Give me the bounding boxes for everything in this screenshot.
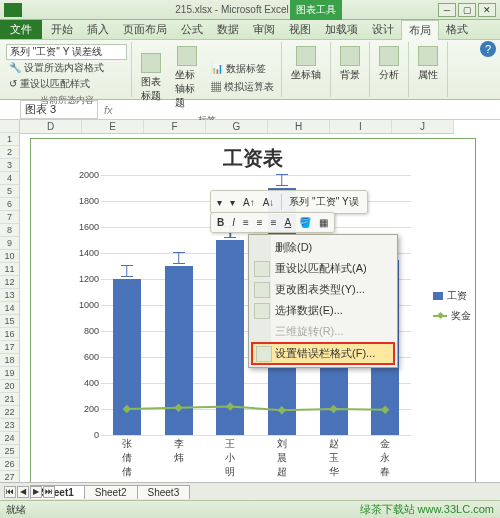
chart-title-button[interactable]: 图表标题 bbox=[136, 51, 167, 105]
data-label-button[interactable]: 📊 数据标签 bbox=[208, 61, 277, 77]
row-header[interactable]: 1 bbox=[0, 133, 19, 146]
axis-title-button[interactable]: 坐标轴标题 bbox=[170, 44, 206, 112]
sheet-tab-3[interactable]: Sheet3 bbox=[137, 485, 191, 499]
mini-fill-color[interactable]: 🪣 bbox=[296, 216, 314, 229]
row-header[interactable]: 2 bbox=[0, 146, 19, 159]
row-header[interactable]: 20 bbox=[0, 380, 19, 393]
sheet-tab-bar: ⏮ ◀ ▶ ⏭ Sheet1 Sheet2 Sheet3 bbox=[0, 482, 500, 500]
row-header[interactable]: 18 bbox=[0, 354, 19, 367]
maximize-button[interactable]: ▢ bbox=[458, 3, 476, 17]
tab-formula[interactable]: 公式 bbox=[174, 20, 210, 39]
worksheet-grid[interactable]: D E F G H I J 12345678910111213141516171… bbox=[0, 120, 500, 515]
mini-border[interactable]: ▦ bbox=[316, 216, 331, 229]
row-header[interactable]: 12 bbox=[0, 276, 19, 289]
col-header[interactable]: H bbox=[268, 120, 330, 133]
tab-home[interactable]: 开始 bbox=[44, 20, 80, 39]
excel-icon bbox=[4, 3, 22, 17]
row-header[interactable]: 6 bbox=[0, 198, 19, 211]
row-header[interactable]: 24 bbox=[0, 432, 19, 445]
format-selection-button[interactable]: 🔧 设置所选内容格式 bbox=[6, 60, 127, 76]
tab-file[interactable]: 文件 bbox=[0, 20, 42, 39]
y-axis[interactable]: 0200400600800100012001400160018002000 bbox=[71, 175, 101, 435]
row-header[interactable]: 9 bbox=[0, 237, 19, 250]
col-header[interactable]: D bbox=[20, 120, 82, 133]
tab-page-layout[interactable]: 页面布局 bbox=[116, 20, 174, 39]
row-header[interactable]: 23 bbox=[0, 419, 19, 432]
menu-format-error-bars[interactable]: 设置错误栏格式(F)... bbox=[251, 342, 395, 365]
sheet-nav-prev[interactable]: ◀ bbox=[17, 486, 29, 498]
sheet-nav-next[interactable]: ▶ bbox=[30, 486, 42, 498]
row-header[interactable]: 16 bbox=[0, 328, 19, 341]
col-header[interactable]: I bbox=[330, 120, 392, 133]
tab-addin[interactable]: 加载项 bbox=[318, 20, 365, 39]
col-header[interactable]: J bbox=[392, 120, 454, 133]
row-header[interactable]: 19 bbox=[0, 367, 19, 380]
row-header[interactable]: 25 bbox=[0, 445, 19, 458]
sim-table-button[interactable]: ▦ 模拟运算表 bbox=[208, 79, 277, 95]
tab-format[interactable]: 格式 bbox=[439, 20, 475, 39]
mini-align-center[interactable]: ≡ bbox=[254, 216, 266, 229]
row-header[interactable]: 13 bbox=[0, 289, 19, 302]
tab-review[interactable]: 审阅 bbox=[246, 20, 282, 39]
reset-match-style-button[interactable]: ↺ 重设以匹配样式 bbox=[6, 76, 127, 92]
row-header[interactable]: 17 bbox=[0, 341, 19, 354]
svg-rect-4 bbox=[329, 405, 337, 413]
mini-size-dropdown[interactable]: ▾ bbox=[227, 196, 238, 209]
row-header[interactable]: 3 bbox=[0, 159, 19, 172]
watermark-text: 绿茶下载站 www.33LC.com bbox=[360, 502, 494, 517]
name-box[interactable]: 图表 3 bbox=[20, 100, 98, 119]
tab-layout[interactable]: 布局 bbox=[401, 20, 439, 40]
menu-delete[interactable]: 删除(D) bbox=[251, 237, 395, 258]
background-icon bbox=[340, 46, 360, 66]
col-header[interactable]: E bbox=[82, 120, 144, 133]
menu-select-data[interactable]: 选择数据(E)... bbox=[251, 300, 395, 321]
col-header[interactable]: G bbox=[206, 120, 268, 133]
row-header[interactable]: 10 bbox=[0, 250, 19, 263]
mini-grow-font[interactable]: A↑ bbox=[240, 196, 258, 209]
tab-data[interactable]: 数据 bbox=[210, 20, 246, 39]
row-header[interactable]: 5 bbox=[0, 185, 19, 198]
mini-toolbar[interactable]: ▾ ▾ A↑ A↓ 系列 "工资" Y误 bbox=[210, 190, 368, 214]
row-header[interactable]: 22 bbox=[0, 406, 19, 419]
tab-view[interactable]: 视图 bbox=[282, 20, 318, 39]
col-header[interactable]: F bbox=[144, 120, 206, 133]
mini-italic[interactable]: I bbox=[229, 216, 238, 229]
row-header[interactable]: 26 bbox=[0, 458, 19, 471]
fx-icon[interactable]: fx bbox=[98, 104, 119, 116]
menu-change-chart-type[interactable]: 更改图表类型(Y)... bbox=[251, 279, 395, 300]
mini-bold[interactable]: B bbox=[214, 216, 227, 229]
row-header[interactable]: 7 bbox=[0, 211, 19, 224]
x-axis-labels[interactable]: 张倩倩李炜王小明刘晨超赵玉华金永春 bbox=[101, 437, 411, 479]
row-header[interactable]: 14 bbox=[0, 302, 19, 315]
row-header[interactable]: 8 bbox=[0, 224, 19, 237]
tab-design[interactable]: 设计 bbox=[365, 20, 401, 39]
reset-icon bbox=[254, 261, 270, 277]
row-header[interactable]: 15 bbox=[0, 315, 19, 328]
sheet-nav-first[interactable]: ⏮ bbox=[4, 486, 16, 498]
properties-button[interactable]: 属性 bbox=[413, 44, 443, 84]
chart-title-icon bbox=[141, 53, 161, 73]
menu-reset-style[interactable]: 重设以匹配样式(A) bbox=[251, 258, 395, 279]
mini-align-left[interactable]: ≡ bbox=[240, 216, 252, 229]
mini-font-dropdown[interactable]: ▾ bbox=[214, 196, 225, 209]
mini-font-color[interactable]: A bbox=[282, 216, 295, 229]
mini-shrink-font[interactable]: A↓ bbox=[260, 196, 278, 209]
sheet-nav-last[interactable]: ⏭ bbox=[43, 486, 55, 498]
chart-legend[interactable]: 工资 奖金 bbox=[433, 289, 471, 329]
tab-insert[interactable]: 插入 bbox=[80, 20, 116, 39]
mini-align-right[interactable]: ≡ bbox=[268, 216, 280, 229]
minimize-button[interactable]: ─ bbox=[438, 3, 456, 17]
axes-button[interactable]: 坐标轴 bbox=[286, 44, 326, 84]
chart-element-dropdown[interactable]: 系列 "工资" Y 误差线 bbox=[6, 44, 127, 60]
row-header[interactable]: 4 bbox=[0, 172, 19, 185]
chart-title[interactable]: 工资表 bbox=[31, 139, 475, 174]
close-button[interactable]: ✕ bbox=[478, 3, 496, 17]
help-icon[interactable]: ? bbox=[480, 41, 496, 57]
x-label: 赵玉华 bbox=[308, 437, 360, 479]
row-header[interactable]: 21 bbox=[0, 393, 19, 406]
background-button[interactable]: 背景 bbox=[335, 44, 365, 84]
row-header[interactable]: 11 bbox=[0, 263, 19, 276]
analysis-button[interactable]: 分析 bbox=[374, 44, 404, 84]
mini-toolbar-row2[interactable]: B I ≡ ≡ ≡ A 🪣 ▦ bbox=[210, 212, 335, 233]
sheet-tab-2[interactable]: Sheet2 bbox=[84, 485, 138, 499]
